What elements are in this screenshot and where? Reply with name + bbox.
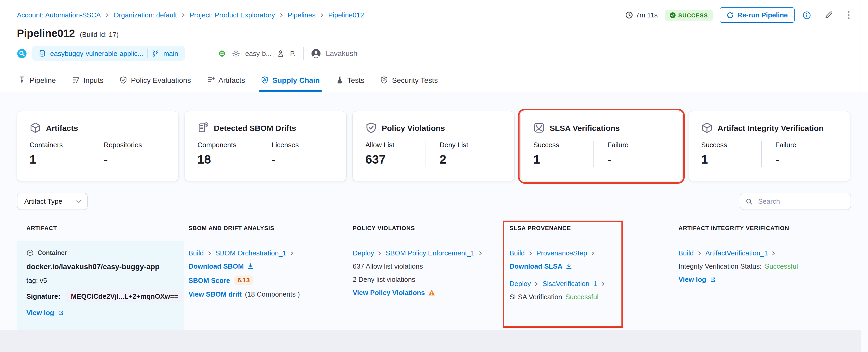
card-slsa-verifications: SLSA Verifications Success1 Failure- <box>521 111 682 181</box>
step-link[interactable]: ProvenanceStep <box>536 249 587 257</box>
git-branch-icon <box>152 50 159 57</box>
tab-tests[interactable]: Tests <box>336 68 364 92</box>
sbom-cell: Build SBOM Orchestration_1 Download SBOM… <box>184 241 348 330</box>
view-sbom-drift-link[interactable]: View SBOM drift <box>188 290 242 298</box>
breadcrumb-account[interactable]: Account: Automation-SSCA <box>17 11 101 19</box>
stage-link[interactable]: Build <box>509 249 525 257</box>
external-link-icon <box>57 310 64 316</box>
view-log-link[interactable]: View log <box>678 276 706 283</box>
tab-label: Artifacts <box>218 76 245 84</box>
tab-label: Tests <box>347 76 364 84</box>
view-log-link[interactable]: View log <box>26 309 54 317</box>
tab-pipeline[interactable]: Pipeline <box>18 68 56 92</box>
sbom-drift-count: (18 Components ) <box>245 290 300 298</box>
sbom-score-badge: 6.13 <box>235 276 253 285</box>
artifact-type-select[interactable]: Artifact Type <box>17 193 88 210</box>
stage-link[interactable]: Deploy <box>509 280 531 288</box>
stage-link[interactable]: Build <box>678 249 694 257</box>
clock-icon <box>625 11 633 19</box>
step-link[interactable]: ArtifactVerification_1 <box>705 249 768 257</box>
scrollbar-track[interactable] <box>861 0 861 352</box>
breadcrumb-pipeline012[interactable]: Pipeline012 <box>328 11 364 19</box>
trigger-icon <box>17 48 27 58</box>
card-title: SLSA Verifications <box>550 123 620 132</box>
chevron-right-icon <box>600 281 606 286</box>
filter-row: Artifact Type <box>17 193 851 210</box>
signature-label: Signature: <box>26 292 60 300</box>
pipeline-icon <box>18 76 26 84</box>
col-slsa: SLSA PROVENANCE <box>505 225 674 241</box>
tab-artifacts[interactable]: Artifacts <box>207 68 245 92</box>
user-name: Lavakush <box>326 49 358 58</box>
stat-value: - <box>104 153 166 167</box>
stat-value: 1 <box>30 153 90 167</box>
tab-supply-chain[interactable]: Supply Chain <box>261 68 320 92</box>
service-name[interactable]: easy-b... <box>245 49 272 57</box>
refresh-icon <box>726 11 734 19</box>
stat-label: Deny List <box>439 141 502 149</box>
tab-label: Policy Evaluations <box>131 76 191 84</box>
build-id: (Build Id: 17) <box>80 31 119 38</box>
chevron-right-icon <box>319 12 324 18</box>
chevron-right-icon <box>771 250 776 256</box>
breadcrumb-project[interactable]: Project: Product Exploratory <box>190 11 275 19</box>
tab-inputs[interactable]: Inputs <box>72 68 103 92</box>
rerun-pipeline-button[interactable]: Re-run Pipeline <box>719 7 795 23</box>
step-link[interactable]: SlsaVerification_1 <box>542 280 597 288</box>
stat-label: Containers <box>30 141 90 149</box>
info-button[interactable] <box>802 10 812 20</box>
repo-name-link[interactable]: easybuggy-vulnerable-applic... <box>50 49 143 57</box>
stage-link[interactable]: Deploy <box>353 249 374 257</box>
breadcrumb-organization[interactable]: Organization: default <box>114 11 177 19</box>
step-link[interactable]: SBOM Orchestration_1 <box>215 249 286 257</box>
stage-link[interactable]: Build <box>188 249 204 257</box>
breadcrumb-pipelines[interactable]: Pipelines <box>288 11 316 19</box>
execution-header: Account: Automation-SSCA Organization: d… <box>0 0 868 68</box>
stat-label: Repositories <box>104 141 166 149</box>
triggered-by: Lavakush <box>311 48 358 58</box>
artifact-tag: tag: v5 <box>26 277 174 284</box>
tab-security-tests[interactable]: Security Tests <box>380 68 438 92</box>
col-policy: POLICY VIOLATIONS <box>348 225 505 241</box>
rerun-label: Re-run Pipeline <box>737 11 788 19</box>
execution-context: easy-b... P. <box>217 49 296 58</box>
search-input[interactable] <box>757 197 845 206</box>
artifact-type-label: Artifact Type <box>24 197 62 205</box>
user-bust-icon <box>277 49 285 57</box>
run-duration: 7m 11s <box>625 11 658 19</box>
breadcrumb: Account: Automation-SSCA Organization: d… <box>17 11 364 19</box>
sbom-score-link[interactable]: SBOM Score <box>188 276 230 284</box>
artifacts-list-icon <box>207 76 215 84</box>
slsa-status-value: Successful <box>565 293 598 301</box>
step-link[interactable]: SBOM Policy Enforcement_1 <box>386 249 475 257</box>
card-title: Artifact Integrity Verification <box>717 123 824 132</box>
repo-branch-pill: easybuggy-vulnerable-applic... main <box>32 46 185 61</box>
chevron-right-icon <box>590 250 595 256</box>
environment-name[interactable]: P. <box>290 49 296 57</box>
pill-divider <box>148 49 148 58</box>
stat-value: 18 <box>197 153 257 167</box>
signature-value[interactable]: MEQCICde2VjI...L+2+mqnOXw== <box>66 290 184 302</box>
chevron-right-icon <box>279 12 284 18</box>
supply-chain-content: Artifacts Containers1 Repositories- Dete… <box>0 92 868 330</box>
tab-label: Supply Chain <box>273 76 320 84</box>
branch-link[interactable]: main <box>163 49 178 57</box>
download-icon <box>566 263 572 270</box>
tab-policy-evaluations[interactable]: Policy Evaluations <box>119 68 191 92</box>
more-options-button[interactable] <box>846 9 851 21</box>
download-sbom-link[interactable]: Download SBOM <box>188 262 244 270</box>
stat-value: 637 <box>365 153 425 167</box>
inputs-icon <box>72 76 80 84</box>
chevron-right-icon <box>697 250 702 256</box>
stat-label: Components <box>197 141 257 149</box>
table-header-row: ARTIFACT SBOM AND DRIFT ANALYSIS POLICY … <box>17 225 851 241</box>
download-slsa-link[interactable]: Download SLSA <box>509 262 563 270</box>
card-title: Policy Violations <box>382 123 445 132</box>
execution-tabs: Pipeline Inputs Policy Evaluations Artif… <box>0 68 868 92</box>
col-artifact: ARTIFACT <box>17 225 184 241</box>
pencil-icon <box>824 10 833 20</box>
view-policy-violations-link[interactable]: View Policy Violations <box>353 289 425 296</box>
edit-pipeline-button[interactable] <box>823 9 834 21</box>
divider <box>303 47 304 60</box>
card-title: Detected SBOM Drifts <box>214 123 296 132</box>
